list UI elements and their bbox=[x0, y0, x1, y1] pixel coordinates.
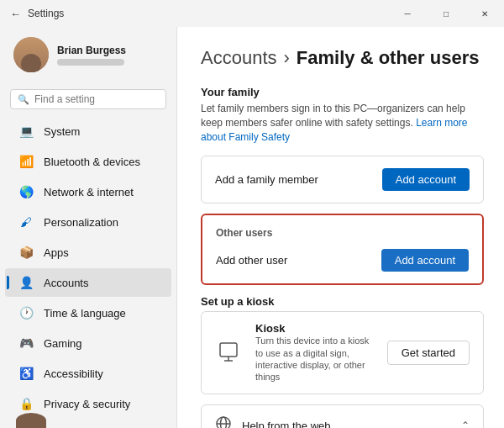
minimize-button[interactable]: ─ bbox=[388, 0, 427, 27]
kiosk-get-started-button[interactable]: Get started bbox=[387, 341, 470, 365]
breadcrumb-separator: › bbox=[284, 47, 290, 69]
svg-rect-0 bbox=[220, 343, 237, 357]
search-input[interactable] bbox=[34, 93, 160, 105]
user-info: Brian Burgess bbox=[57, 45, 126, 66]
nav-apps-label: Apps bbox=[44, 246, 69, 259]
kiosk-name: Kiosk bbox=[255, 322, 374, 335]
user-profile[interactable]: Brian Burgess bbox=[0, 27, 176, 82]
personalization-icon: 🖌 bbox=[18, 214, 34, 230]
system-icon: 💻 bbox=[18, 124, 34, 139]
nav-gaming[interactable]: 🎮 Gaming bbox=[5, 329, 171, 357]
gaming-icon: 🎮 bbox=[18, 336, 34, 351]
search-box[interactable]: 🔍 bbox=[10, 89, 166, 109]
help-header-left: Help from the web bbox=[215, 415, 331, 428]
nav-gaming-label: Gaming bbox=[44, 337, 82, 350]
accessibility-icon: ♿ bbox=[18, 366, 34, 381]
svg-point-3 bbox=[217, 417, 230, 428]
help-header[interactable]: Help from the web ⌃ bbox=[202, 405, 483, 428]
family-title: Your family bbox=[201, 86, 484, 98]
svg-point-4 bbox=[221, 417, 227, 428]
nav-privacy[interactable]: 🔒 Privacy & security bbox=[5, 389, 171, 418]
add-other-user-button[interactable]: Add account bbox=[381, 249, 469, 272]
search-icon: 🔍 bbox=[18, 94, 29, 105]
kiosk-desc: Turn this device into a kiosk to use as … bbox=[255, 335, 374, 383]
titlebar-title: Settings bbox=[28, 8, 64, 19]
other-users-title: Other users bbox=[216, 227, 469, 239]
nav-privacy-label: Privacy & security bbox=[44, 398, 130, 410]
breadcrumb: Accounts bbox=[201, 47, 277, 69]
kiosk-card: Kiosk Turn this device into a kiosk to u… bbox=[201, 311, 484, 394]
page-title: Family & other users bbox=[297, 47, 480, 69]
nav-personalization-label: Personalization bbox=[44, 216, 118, 229]
close-button[interactable]: ✕ bbox=[465, 0, 504, 27]
sidebar: Brian Burgess 🔍 💻 System 📶 Bluetooth & d… bbox=[0, 27, 176, 428]
bluetooth-icon: 📶 bbox=[18, 154, 34, 169]
other-users-row: Add other user Add account bbox=[216, 249, 469, 272]
family-section: Your family Let family members sign in t… bbox=[201, 86, 484, 203]
kiosk-icon bbox=[215, 339, 242, 366]
back-icon[interactable]: ← bbox=[10, 8, 21, 20]
accounts-icon: 👤 bbox=[18, 275, 34, 290]
nav-system[interactable]: 💻 System bbox=[5, 117, 171, 145]
nav-bluetooth[interactable]: 📶 Bluetooth & devices bbox=[5, 147, 171, 176]
nav-time-label: Time & language bbox=[44, 307, 126, 320]
nav-apps[interactable]: 📦 Apps bbox=[5, 238, 171, 267]
add-other-user-label: Add other user bbox=[216, 254, 287, 267]
nav-bluetooth-label: Bluetooth & devices bbox=[44, 156, 140, 168]
nav-accessibility[interactable]: ♿ Accessibility bbox=[5, 359, 171, 388]
nav-accounts[interactable]: 👤 Accounts bbox=[5, 268, 171, 297]
user-email-blurred bbox=[57, 59, 124, 66]
add-family-button[interactable]: Add account bbox=[382, 168, 470, 191]
time-icon: 🕐 bbox=[18, 305, 34, 320]
nav-system-label: System bbox=[44, 125, 80, 138]
add-family-card: Add a family member Add account bbox=[201, 156, 484, 203]
kiosk-info: Kiosk Turn this device into a kiosk to u… bbox=[255, 322, 374, 383]
nav-update[interactable]: ↻ Windows Update bbox=[5, 420, 171, 428]
nav-personalization[interactable]: 🖌 Personalization bbox=[5, 208, 171, 236]
content-area: Accounts › Family & other users Your fam… bbox=[176, 27, 504, 428]
help-chevron-icon: ⌃ bbox=[461, 420, 470, 428]
titlebar-controls: ─ □ ✕ bbox=[388, 0, 504, 27]
nav-time[interactable]: 🕐 Time & language bbox=[5, 299, 171, 327]
user-name: Brian Burgess bbox=[57, 45, 126, 56]
help-title: Help from the web bbox=[242, 420, 331, 428]
add-family-label: Add a family member bbox=[215, 173, 318, 186]
nav-accounts-label: Accounts bbox=[44, 277, 88, 289]
avatar bbox=[13, 37, 49, 72]
maximize-button[interactable]: □ bbox=[427, 0, 465, 27]
apps-icon: 📦 bbox=[18, 245, 34, 260]
nav-network[interactable]: 🌎 Network & internet bbox=[5, 177, 171, 206]
titlebar-left: ← Settings bbox=[10, 8, 64, 20]
kiosk-section: Set up a kiosk Kiosk Turn this device in… bbox=[201, 295, 484, 394]
help-section: Help from the web ⌃ Creating a local use… bbox=[201, 404, 484, 428]
app-container: Brian Burgess 🔍 💻 System 📶 Bluetooth & d… bbox=[0, 27, 504, 428]
kiosk-section-title: Set up a kiosk bbox=[201, 295, 484, 308]
nav-network-label: Network & internet bbox=[44, 186, 134, 198]
family-desc: Let family members sign in to this PC—or… bbox=[201, 102, 484, 144]
nav-accessibility-label: Accessibility bbox=[44, 367, 103, 380]
titlebar: ← Settings ─ □ ✕ bbox=[0, 0, 504, 27]
page-header: Accounts › Family & other users bbox=[201, 47, 484, 69]
help-globe-icon bbox=[215, 415, 232, 428]
network-icon: 🌎 bbox=[18, 184, 34, 199]
other-users-section: Other users Add other user Add account bbox=[201, 214, 484, 285]
privacy-icon: 🔒 bbox=[18, 396, 34, 411]
